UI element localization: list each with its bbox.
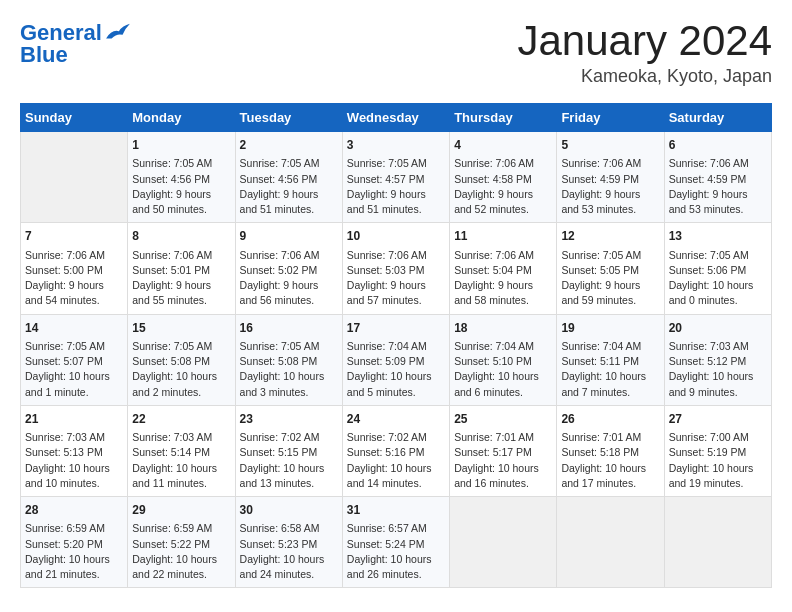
calendar-cell: 25Sunrise: 7:01 AM Sunset: 5:17 PM Dayli…: [450, 405, 557, 496]
calendar-week-row: 1Sunrise: 7:05 AM Sunset: 4:56 PM Daylig…: [21, 132, 772, 223]
calendar-cell: 2Sunrise: 7:05 AM Sunset: 4:56 PM Daylig…: [235, 132, 342, 223]
day-number: 3: [347, 137, 445, 154]
day-info: Sunrise: 7:05 AM Sunset: 4:57 PM Dayligh…: [347, 156, 445, 217]
calendar-cell: 17Sunrise: 7:04 AM Sunset: 5:09 PM Dayli…: [342, 314, 449, 405]
day-info: Sunrise: 7:03 AM Sunset: 5:13 PM Dayligh…: [25, 430, 123, 491]
calendar-cell: 30Sunrise: 6:58 AM Sunset: 5:23 PM Dayli…: [235, 497, 342, 588]
location: Kameoka, Kyoto, Japan: [517, 66, 772, 87]
title-block: January 2024 Kameoka, Kyoto, Japan: [517, 20, 772, 87]
calendar-week-row: 7Sunrise: 7:06 AM Sunset: 5:00 PM Daylig…: [21, 223, 772, 314]
day-number: 6: [669, 137, 767, 154]
day-info: Sunrise: 7:06 AM Sunset: 5:01 PM Dayligh…: [132, 248, 230, 309]
day-number: 26: [561, 411, 659, 428]
day-number: 12: [561, 228, 659, 245]
day-number: 16: [240, 320, 338, 337]
day-number: 4: [454, 137, 552, 154]
day-info: Sunrise: 7:05 AM Sunset: 5:07 PM Dayligh…: [25, 339, 123, 400]
day-info: Sunrise: 7:05 AM Sunset: 5:08 PM Dayligh…: [132, 339, 230, 400]
calendar-cell: 13Sunrise: 7:05 AM Sunset: 5:06 PM Dayli…: [664, 223, 771, 314]
calendar-cell: 24Sunrise: 7:02 AM Sunset: 5:16 PM Dayli…: [342, 405, 449, 496]
calendar-cell: [21, 132, 128, 223]
calendar-cell: 12Sunrise: 7:05 AM Sunset: 5:05 PM Dayli…: [557, 223, 664, 314]
weekday-header: Sunday: [21, 104, 128, 132]
day-info: Sunrise: 7:05 AM Sunset: 5:06 PM Dayligh…: [669, 248, 767, 309]
day-number: 8: [132, 228, 230, 245]
weekday-header: Saturday: [664, 104, 771, 132]
calendar-week-row: 21Sunrise: 7:03 AM Sunset: 5:13 PM Dayli…: [21, 405, 772, 496]
day-info: Sunrise: 7:06 AM Sunset: 5:00 PM Dayligh…: [25, 248, 123, 309]
calendar-cell: 10Sunrise: 7:06 AM Sunset: 5:03 PM Dayli…: [342, 223, 449, 314]
day-info: Sunrise: 7:03 AM Sunset: 5:12 PM Dayligh…: [669, 339, 767, 400]
day-info: Sunrise: 7:02 AM Sunset: 5:15 PM Dayligh…: [240, 430, 338, 491]
calendar-cell: 20Sunrise: 7:03 AM Sunset: 5:12 PM Dayli…: [664, 314, 771, 405]
calendar-cell: 14Sunrise: 7:05 AM Sunset: 5:07 PM Dayli…: [21, 314, 128, 405]
weekday-header: Wednesday: [342, 104, 449, 132]
day-number: 24: [347, 411, 445, 428]
calendar-week-row: 14Sunrise: 7:05 AM Sunset: 5:07 PM Dayli…: [21, 314, 772, 405]
day-number: 11: [454, 228, 552, 245]
day-number: 25: [454, 411, 552, 428]
calendar-cell: 6Sunrise: 7:06 AM Sunset: 4:59 PM Daylig…: [664, 132, 771, 223]
calendar-cell: 1Sunrise: 7:05 AM Sunset: 4:56 PM Daylig…: [128, 132, 235, 223]
day-number: 10: [347, 228, 445, 245]
day-info: Sunrise: 6:57 AM Sunset: 5:24 PM Dayligh…: [347, 521, 445, 582]
calendar-cell: 27Sunrise: 7:00 AM Sunset: 5:19 PM Dayli…: [664, 405, 771, 496]
weekday-header: Tuesday: [235, 104, 342, 132]
calendar-cell: 11Sunrise: 7:06 AM Sunset: 5:04 PM Dayli…: [450, 223, 557, 314]
day-info: Sunrise: 7:05 AM Sunset: 4:56 PM Dayligh…: [240, 156, 338, 217]
day-number: 14: [25, 320, 123, 337]
day-number: 7: [25, 228, 123, 245]
calendar-header-row: SundayMondayTuesdayWednesdayThursdayFrid…: [21, 104, 772, 132]
day-number: 29: [132, 502, 230, 519]
calendar-cell: 18Sunrise: 7:04 AM Sunset: 5:10 PM Dayli…: [450, 314, 557, 405]
day-number: 30: [240, 502, 338, 519]
page-header: General Blue January 2024 Kameoka, Kyoto…: [20, 20, 772, 87]
calendar-cell: [664, 497, 771, 588]
day-info: Sunrise: 7:04 AM Sunset: 5:11 PM Dayligh…: [561, 339, 659, 400]
day-info: Sunrise: 7:00 AM Sunset: 5:19 PM Dayligh…: [669, 430, 767, 491]
day-number: 9: [240, 228, 338, 245]
calendar-cell: 31Sunrise: 6:57 AM Sunset: 5:24 PM Dayli…: [342, 497, 449, 588]
calendar-cell: 28Sunrise: 6:59 AM Sunset: 5:20 PM Dayli…: [21, 497, 128, 588]
day-info: Sunrise: 7:05 AM Sunset: 4:56 PM Dayligh…: [132, 156, 230, 217]
calendar-table: SundayMondayTuesdayWednesdayThursdayFrid…: [20, 103, 772, 588]
calendar-cell: 22Sunrise: 7:03 AM Sunset: 5:14 PM Dayli…: [128, 405, 235, 496]
day-info: Sunrise: 7:02 AM Sunset: 5:16 PM Dayligh…: [347, 430, 445, 491]
day-number: 28: [25, 502, 123, 519]
day-number: 19: [561, 320, 659, 337]
calendar-cell: 23Sunrise: 7:02 AM Sunset: 5:15 PM Dayli…: [235, 405, 342, 496]
day-info: Sunrise: 6:59 AM Sunset: 5:20 PM Dayligh…: [25, 521, 123, 582]
logo-bird-icon: [104, 22, 132, 44]
calendar-cell: 8Sunrise: 7:06 AM Sunset: 5:01 PM Daylig…: [128, 223, 235, 314]
calendar-cell: 7Sunrise: 7:06 AM Sunset: 5:00 PM Daylig…: [21, 223, 128, 314]
calendar-cell: 9Sunrise: 7:06 AM Sunset: 5:02 PM Daylig…: [235, 223, 342, 314]
calendar-cell: 29Sunrise: 6:59 AM Sunset: 5:22 PM Dayli…: [128, 497, 235, 588]
day-number: 22: [132, 411, 230, 428]
weekday-header: Monday: [128, 104, 235, 132]
weekday-header: Thursday: [450, 104, 557, 132]
day-info: Sunrise: 7:03 AM Sunset: 5:14 PM Dayligh…: [132, 430, 230, 491]
day-number: 31: [347, 502, 445, 519]
calendar-cell: 4Sunrise: 7:06 AM Sunset: 4:58 PM Daylig…: [450, 132, 557, 223]
day-info: Sunrise: 7:05 AM Sunset: 5:05 PM Dayligh…: [561, 248, 659, 309]
day-info: Sunrise: 7:01 AM Sunset: 5:17 PM Dayligh…: [454, 430, 552, 491]
day-info: Sunrise: 7:06 AM Sunset: 4:58 PM Dayligh…: [454, 156, 552, 217]
day-number: 21: [25, 411, 123, 428]
calendar-cell: 26Sunrise: 7:01 AM Sunset: 5:18 PM Dayli…: [557, 405, 664, 496]
day-number: 2: [240, 137, 338, 154]
calendar-cell: 15Sunrise: 7:05 AM Sunset: 5:08 PM Dayli…: [128, 314, 235, 405]
day-number: 17: [347, 320, 445, 337]
month-title: January 2024: [517, 20, 772, 62]
day-info: Sunrise: 7:06 AM Sunset: 5:03 PM Dayligh…: [347, 248, 445, 309]
day-number: 27: [669, 411, 767, 428]
day-info: Sunrise: 7:04 AM Sunset: 5:09 PM Dayligh…: [347, 339, 445, 400]
day-number: 18: [454, 320, 552, 337]
day-info: Sunrise: 7:06 AM Sunset: 4:59 PM Dayligh…: [561, 156, 659, 217]
day-number: 15: [132, 320, 230, 337]
day-info: Sunrise: 6:59 AM Sunset: 5:22 PM Dayligh…: [132, 521, 230, 582]
day-info: Sunrise: 7:05 AM Sunset: 5:08 PM Dayligh…: [240, 339, 338, 400]
day-info: Sunrise: 7:01 AM Sunset: 5:18 PM Dayligh…: [561, 430, 659, 491]
calendar-cell: 21Sunrise: 7:03 AM Sunset: 5:13 PM Dayli…: [21, 405, 128, 496]
weekday-header: Friday: [557, 104, 664, 132]
day-info: Sunrise: 6:58 AM Sunset: 5:23 PM Dayligh…: [240, 521, 338, 582]
